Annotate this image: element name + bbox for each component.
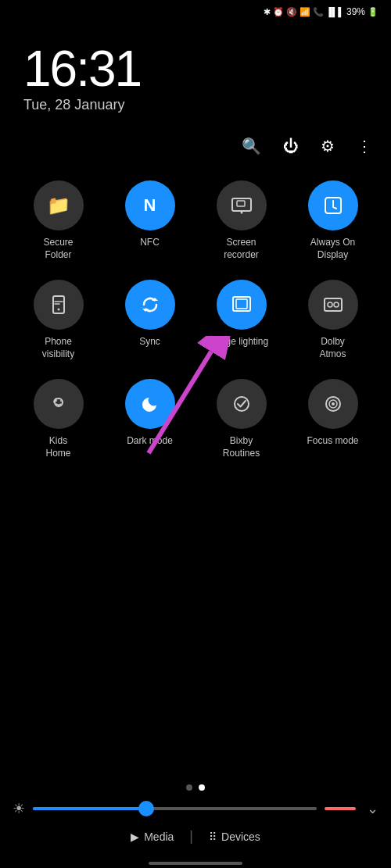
call-icon: 📞	[313, 7, 324, 17]
secure-folder-icon-circle: 📁	[34, 180, 84, 230]
qs-dark-mode[interactable]: Dark mode	[104, 370, 196, 469]
battery-icon: 🔋	[368, 7, 378, 17]
svg-point-2	[240, 212, 242, 214]
media-devices-bar: ▶ Media | ⠿ Devices	[0, 820, 391, 857]
bluetooth-icon: ✱	[264, 7, 271, 17]
edge-lighting-svg-icon	[231, 294, 253, 316]
kids-home-label: KidsHome	[45, 435, 70, 459]
quick-settings-grid: 📁 SecureFolder N NFC Screenrecorder Alwa…	[0, 163, 391, 477]
bixby-routines-svg-icon	[231, 393, 253, 415]
settings-icon[interactable]: ⚙	[321, 137, 335, 155]
qs-bixby-routines[interactable]: BixbyRoutines	[196, 370, 287, 469]
nfc-icon: N	[144, 195, 156, 216]
devices-button[interactable]: ⠿ Devices	[209, 830, 260, 843]
qs-kids-home[interactable]: KidsHome	[13, 370, 104, 469]
phone-visibility-label: Phonevisibility	[42, 336, 74, 360]
svg-rect-9	[236, 299, 247, 309]
nfc-label: NFC	[140, 237, 160, 249]
phone-visibility-svg-icon	[48, 294, 70, 316]
battery-percentage: 39%	[346, 6, 365, 17]
secure-folder-label: SecureFolder	[43, 237, 73, 261]
wifi-icon: 📶	[300, 7, 310, 17]
search-icon[interactable]: 🔍	[242, 137, 261, 155]
media-label: Media	[144, 830, 174, 843]
status-icons: ✱ ⏰ 🔇 📶 📞 ▐▌▌ 39% 🔋	[264, 6, 378, 17]
page-dot-2[interactable]	[199, 784, 205, 791]
focus-mode-svg-icon	[322, 393, 344, 415]
power-icon[interactable]: ⏻	[283, 138, 299, 155]
brightness-fill	[33, 807, 146, 810]
qs-nfc[interactable]: N NFC	[104, 171, 196, 270]
svg-point-12	[334, 302, 339, 307]
qs-secure-folder[interactable]: 📁 SecureFolder	[13, 171, 104, 270]
bixby-routines-label: BixbyRoutines	[223, 435, 260, 459]
page-dots	[0, 775, 391, 797]
svg-point-15	[60, 400, 62, 402]
bixby-routines-icon-circle	[217, 379, 267, 429]
focus-mode-icon-circle	[308, 379, 358, 429]
kids-home-svg-icon	[48, 393, 70, 415]
qs-edge-lighting[interactable]: Edge lighting	[196, 270, 287, 370]
dolby-atmos-label: DolbyAtmos	[319, 336, 346, 360]
qs-sync[interactable]: Sync	[104, 270, 196, 370]
brightness-slider[interactable]	[33, 807, 317, 810]
more-options-icon[interactable]: ⋮	[357, 137, 372, 155]
brightness-expand-icon[interactable]: ⌄	[367, 800, 378, 817]
phone-visibility-icon-circle	[34, 280, 84, 330]
brightness-thumb[interactable]	[138, 801, 154, 816]
clock-section: 16:31 Tue, 28 January	[0, 20, 391, 129]
quick-toolbar: 🔍 ⏻ ⚙ ⋮	[0, 129, 391, 163]
qs-always-on-display[interactable]: Always OnDisplay	[287, 171, 378, 270]
sync-icon-circle	[125, 280, 175, 330]
status-bar: ✱ ⏰ 🔇 📶 📞 ▐▌▌ 39% 🔋	[0, 0, 391, 20]
qs-focus-mode[interactable]: Focus mode	[287, 370, 378, 469]
clock-date: Tue, 28 January	[23, 97, 368, 113]
sync-label: Sync	[139, 336, 160, 348]
sync-svg-icon	[139, 294, 161, 316]
svg-point-5	[57, 309, 59, 311]
screen-recorder-svg-icon	[231, 195, 253, 216]
svg-point-16	[235, 397, 249, 411]
edge-lighting-label: Edge lighting	[214, 336, 268, 348]
dark-mode-svg-icon	[139, 393, 161, 415]
brightness-min-icon: ☀	[13, 800, 25, 817]
qs-phone-visibility[interactable]: Phonevisibility	[13, 270, 104, 370]
screen-recorder-icon-circle	[217, 180, 267, 230]
devices-grid-icon: ⠿	[209, 830, 217, 843]
devices-label: Devices	[221, 830, 260, 843]
svg-point-14	[56, 400, 57, 402]
edge-lighting-icon-circle	[217, 280, 267, 330]
dolby-atmos-icon-circle	[308, 280, 358, 330]
screen-recorder-label: Screenrecorder	[224, 237, 259, 261]
always-on-display-icon-circle	[308, 180, 358, 230]
always-on-display-svg-icon	[322, 195, 344, 216]
page-dot-1[interactable]	[186, 784, 192, 791]
svg-point-11	[328, 302, 332, 307]
media-play-icon: ▶	[131, 830, 139, 843]
qs-dolby-atmos[interactable]: DolbyAtmos	[287, 270, 378, 370]
bar-divider: |	[189, 828, 193, 845]
nfc-icon-circle: N	[125, 180, 175, 230]
silent-icon: 🔇	[286, 7, 297, 17]
dolby-atmos-svg-icon	[322, 294, 344, 316]
brightness-row: ☀ ⌄	[0, 797, 391, 820]
signal-icon: ▐▌▌	[326, 7, 344, 16]
kids-home-icon-circle	[34, 379, 84, 429]
dark-mode-icon-circle	[125, 379, 175, 429]
qs-screen-recorder[interactable]: Screenrecorder	[196, 171, 287, 270]
svg-point-19	[332, 402, 335, 405]
home-indicator	[0, 857, 391, 868]
always-on-display-label: Always OnDisplay	[310, 237, 355, 261]
dark-mode-label: Dark mode	[127, 435, 173, 448]
svg-rect-1	[237, 201, 245, 206]
home-bar[interactable]	[149, 862, 242, 865]
bottom-section: ☀ ⌄ ▶ Media | ⠿ Devices	[0, 775, 391, 868]
brightness-slider-end	[325, 807, 356, 810]
alarm-icon: ⏰	[273, 7, 284, 17]
focus-mode-label: Focus mode	[307, 435, 358, 448]
media-button[interactable]: ▶ Media	[131, 830, 174, 843]
clock-time: 16:31	[23, 44, 368, 94]
svg-rect-4	[53, 296, 64, 313]
